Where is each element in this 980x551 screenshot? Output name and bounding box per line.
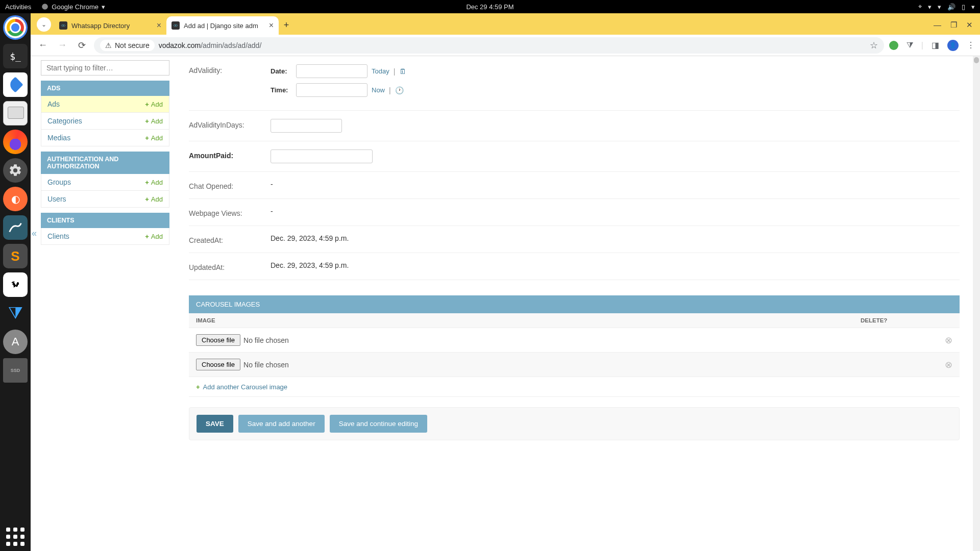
dock-settings-icon[interactable] [3,158,28,183]
dock-show-apps-icon[interactable] [6,528,24,546]
side-panel-icon[interactable]: ◨ [932,40,939,50]
dock-files-icon[interactable] [3,101,28,126]
warning-icon: ⚠ [105,41,112,49]
choose-file-button[interactable]: Choose file [196,334,240,346]
sidebar-item-medias[interactable]: Medias +Add [41,130,169,146]
tab-title: Whatsapp Directory [71,22,153,30]
sidebar-add-link[interactable]: +Add [145,101,163,108]
menu-icon[interactable]: ⋮ [967,40,975,50]
dock-sublime-icon[interactable]: S [3,244,28,268]
close-icon[interactable]: ✕ [966,20,973,30]
tab-whatsapp-directory[interactable]: Whatsapp Directory × [54,16,166,35]
activities-button[interactable]: Activities [5,3,31,11]
dock-terminal-icon[interactable]: $_ [3,44,28,68]
sidebar-add-link[interactable]: +Add [145,134,163,142]
extension-icon[interactable] [889,41,898,50]
bookmark-icon[interactable]: ☆ [870,40,878,51]
clock[interactable]: Dec 29 4:59 PM [466,3,513,11]
svg-point-3 [175,25,176,26]
tab-bar: ⌄ Whatsapp Directory × Add ad | Django s… [31,13,980,35]
dock-mysql-icon[interactable] [3,215,28,240]
createdat-value: Dec. 29, 2023, 4:59 p.m. [271,234,960,242]
sidebar-collapse-button[interactable]: « [31,227,38,240]
extensions-icon[interactable]: ⧩ [906,41,913,50]
amountpaid-input[interactable] [271,149,373,163]
now-link[interactable]: Now [372,86,385,94]
volume-icon[interactable]: 🔊 [947,3,955,11]
maximize-icon[interactable]: ❐ [950,20,957,30]
plus-icon: + [145,134,149,142]
sidebar-add-link[interactable]: +Add [145,179,163,186]
url-input[interactable]: ⚠ Not secure vodazok.com/admin/ads/ad/ad… [94,37,884,54]
close-icon[interactable]: × [157,21,161,30]
dock-disk-icon[interactable]: SSD [3,358,28,383]
tab-add-ad[interactable]: Add ad | Django site adm × [166,16,279,35]
advalidity-time-input[interactable] [296,83,368,97]
save-add-another-button[interactable]: Save and add another [238,415,325,433]
browser-window: ⌄ Whatsapp Directory × Add ad | Django s… [31,13,980,551]
back-button[interactable]: ← [36,38,50,53]
sidebar-add-link[interactable]: +Add [145,195,163,203]
wifi-icon[interactable]: ▾ [938,3,941,11]
save-continue-button[interactable]: Save and continue editing [330,415,427,433]
dock-firefox-icon[interactable] [3,130,28,154]
field-label-updatedat: UpdatedAt: [189,261,271,271]
accessibility-icon[interactable]: ⌖ [918,3,922,11]
plus-icon: + [145,195,149,203]
save-button[interactable]: SAVE [197,415,233,433]
field-label-webpageviews: Webpage Views: [189,207,271,217]
sidebar-item-categories[interactable]: Categories +Add [41,113,169,130]
add-carousel-row: + Add another Carousel image [189,377,960,397]
chevron-down-icon: ▾ [102,3,105,11]
scrollbar-track[interactable] [973,56,980,551]
add-another-carousel-link[interactable]: + Add another Carousel image [196,383,287,391]
dock-chrome-icon[interactable] [3,15,28,40]
dock-vscode-icon[interactable]: ⧩ [3,301,28,325]
webpageviews-value: - [271,207,960,215]
carousel-row: Choose file No file chosen ⊗ [189,328,960,353]
sidebar-add-link[interactable]: +Add [145,117,163,125]
choose-file-button[interactable]: Choose file [196,359,240,370]
sidebar-item-users[interactable]: Users +Add [41,191,169,208]
file-status: No file chosen [243,336,289,344]
carousel-table-head: IMAGE DELETE? [189,313,960,328]
sidebar-section-auth: AUTHENTICATION AND AUTHORIZATION [41,152,169,174]
sidebar-item-ads[interactable]: Ads +Add [41,96,169,113]
system-tray[interactable]: ⌖ ▾ ▾ 🔊 ▯ ▾ [918,3,975,11]
sidebar-item-groups[interactable]: Groups +Add [41,174,169,191]
battery-icon[interactable]: ▯ [962,3,965,11]
calendar-icon[interactable]: 🗓 [399,67,406,76]
today-link[interactable]: Today [372,67,389,75]
forward-button[interactable]: → [55,38,69,53]
save-bar: SAVE Save and add another Save and conti… [189,407,960,440]
minimize-icon[interactable]: — [934,20,941,30]
new-tab-button[interactable]: + [279,17,294,33]
plus-icon: + [145,233,149,240]
security-chip[interactable]: ⚠ Not secure [100,40,155,51]
sidebar-item-clients[interactable]: Clients +Add [41,228,169,245]
svg-point-0 [42,4,48,10]
delete-row-icon[interactable]: ⊗ [945,335,952,346]
advalidityindays-input[interactable] [271,119,342,133]
sidebar-filter-input[interactable] [41,60,169,76]
sidebar-section-ads: ADS [41,81,169,96]
dock-text-editor-icon[interactable] [3,72,28,97]
updatedat-value: Dec. 29, 2023, 4:59 p.m. [271,261,960,269]
delete-row-icon[interactable]: ⊗ [945,359,952,370]
profile-avatar[interactable]: 👤 [947,40,959,51]
app-menu[interactable]: Google Chrome ▾ [41,3,105,11]
scroll-up-button[interactable] [974,57,979,63]
toolbar-icons: ⧩ | ◨ 👤 ⋮ [889,40,975,51]
tab-search-button[interactable]: ⌄ [37,17,51,32]
dock-dbeaver-icon[interactable]: 🐿 [3,272,28,297]
advalidity-date-input[interactable] [296,64,368,78]
dock-postman-icon[interactable]: ◐ [3,187,28,211]
sidebar-section-clients: CLIENTS [41,213,169,228]
dock-updater-icon[interactable]: A [3,330,28,354]
reload-button[interactable]: ⟳ [75,38,89,53]
clock-icon[interactable]: 🕐 [395,86,404,94]
sidebar-item-label: Categories [47,117,82,125]
sidebar-add-link[interactable]: +Add [145,233,163,240]
page-content: ADS Ads +Add Categories +Add Medias +Add… [31,56,980,551]
close-icon[interactable]: × [269,21,274,30]
